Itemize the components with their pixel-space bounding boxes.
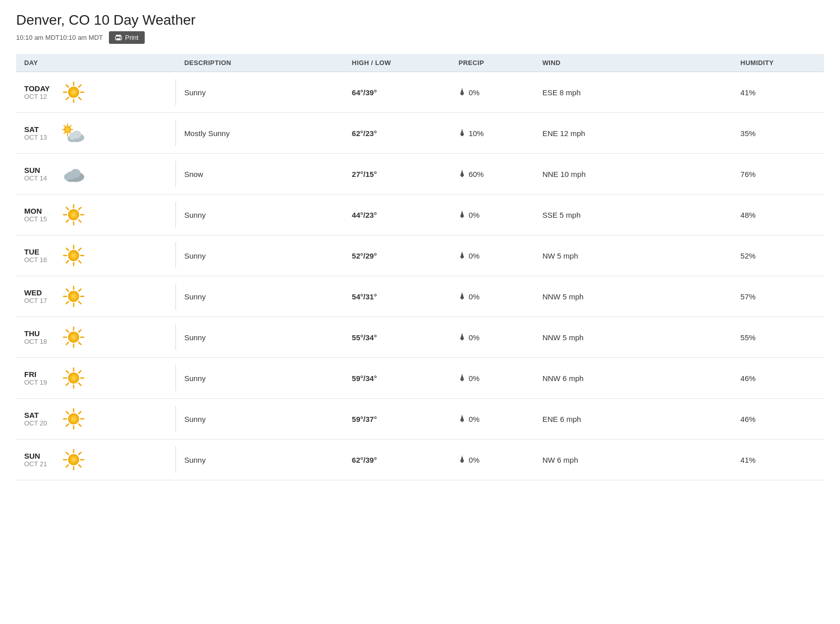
- day-cell: TODAY OCT 12: [16, 72, 176, 113]
- precip-cell: 🌢10%: [450, 113, 534, 154]
- high-low-value: 62°/23°: [352, 129, 377, 138]
- description-cell: Sunny: [176, 72, 343, 113]
- rain-icon: 🌢: [458, 210, 466, 219]
- rain-icon: 🌢: [458, 333, 466, 342]
- high-low-value: 59°/34°: [352, 374, 377, 383]
- svg-point-48: [68, 250, 79, 261]
- table-row: MON OCT 15 Sunny44°/23°🌢0%SSE 5 mph4: [16, 195, 824, 235]
- table-row: TUE OCT 16 Sunny52°/29°🌢0%NW 5 mph52: [16, 235, 824, 276]
- high-low-cell: 54°/31°: [344, 276, 451, 317]
- svg-point-30: [64, 173, 71, 180]
- humidity-cell: 41%: [733, 440, 824, 480]
- weather-icon: [61, 161, 87, 187]
- svg-line-8: [67, 85, 69, 87]
- wind-cell: NW 5 mph: [534, 235, 733, 276]
- high-low-cell: 62°/23°: [344, 113, 451, 154]
- precip-cell: 🌢0%: [450, 317, 534, 358]
- svg-point-93: [68, 454, 79, 465]
- svg-line-91: [79, 453, 81, 455]
- svg-point-75: [68, 372, 79, 384]
- day-date: OCT 18: [24, 338, 54, 345]
- wind-cell: NNW 6 mph: [534, 358, 733, 399]
- day-name: TODAY: [24, 84, 54, 93]
- humidity-cell: 76%: [733, 154, 824, 195]
- rain-icon: 🌢: [458, 414, 466, 423]
- svg-line-35: [67, 208, 69, 210]
- table-row: SUN OCT 14 Snow27°/15°🌢60%NNE 10 mph76%: [16, 154, 824, 195]
- svg-line-44: [67, 248, 69, 251]
- humidity-cell: 41%: [733, 72, 824, 113]
- day-date: OCT 19: [24, 379, 54, 386]
- day-date: OCT 13: [24, 134, 54, 141]
- svg-line-36: [79, 220, 81, 222]
- svg-line-38: [67, 220, 69, 222]
- day-date: OCT 14: [24, 174, 54, 182]
- precip-value: 0%: [468, 88, 479, 97]
- precip-cell: 🌢0%: [450, 72, 534, 113]
- precip-cell: 🌢0%: [450, 276, 534, 317]
- high-low-cell: 62°/39°: [344, 440, 451, 480]
- description-cell: Sunny: [176, 276, 343, 317]
- svg-point-84: [68, 413, 79, 424]
- precip-value: 0%: [468, 456, 479, 464]
- high-low-cell: 44°/23°: [344, 195, 451, 235]
- day-date: OCT 17: [24, 297, 54, 304]
- day-cell: SAT OCT 13: [16, 113, 176, 154]
- day-cell: MON OCT 15: [16, 195, 176, 235]
- wind-cell: ENE 6 mph: [534, 399, 733, 440]
- description-cell: Mostly Sunny: [176, 113, 343, 154]
- day-cell: SUN OCT 14: [16, 154, 176, 195]
- day-name: THU: [24, 329, 54, 338]
- svg-line-63: [79, 342, 81, 344]
- svg-point-66: [68, 332, 79, 343]
- precip-cell: 🌢0%: [450, 195, 534, 235]
- table-row: TODAY OCT 12 Sunny64°/39°🌢0%ESE 8 mp: [16, 72, 824, 113]
- table-row: THU OCT 18 Sunny55°/34°🌢0%NNW 5 mph5: [16, 317, 824, 358]
- precip-value: 0%: [468, 333, 479, 342]
- rain-icon: 🌢: [458, 251, 466, 260]
- svg-point-21: [64, 126, 71, 133]
- day-cell: SAT OCT 20: [16, 399, 176, 440]
- precip-cell: 🌢0%: [450, 440, 534, 480]
- rain-icon: 🌢: [458, 129, 466, 138]
- precip-value: 0%: [468, 211, 479, 219]
- col-header-wind: WIND: [534, 54, 733, 72]
- precip-cell: 🌢0%: [450, 235, 534, 276]
- table-row: SUN OCT 21 Sunny62°/39°🌢0%NW 6 mph41: [16, 440, 824, 480]
- description-cell: Snow: [176, 154, 343, 195]
- description-cell: Sunny: [176, 317, 343, 358]
- high-low-value: 44°/23°: [352, 211, 377, 219]
- print-button[interactable]: Print: [109, 31, 145, 44]
- day-name: SUN: [24, 452, 54, 460]
- day-cell: THU OCT 18: [16, 317, 176, 358]
- rain-icon: 🌢: [458, 88, 466, 97]
- high-low-cell: 55°/34°: [344, 317, 451, 358]
- svg-line-71: [67, 371, 69, 373]
- svg-line-10: [79, 85, 81, 87]
- high-low-value: 27°/15°: [352, 170, 377, 178]
- weather-icon: [61, 242, 87, 269]
- day-cell: WED OCT 17: [16, 276, 176, 317]
- humidity-cell: 55%: [733, 317, 824, 358]
- svg-point-12: [68, 87, 79, 98]
- svg-line-45: [79, 261, 81, 263]
- wind-cell: ENE 12 mph: [534, 113, 733, 154]
- description-cell: Sunny: [176, 440, 343, 480]
- day-name: FRI: [24, 370, 54, 379]
- weather-icon: [61, 120, 87, 146]
- description-cell: Sunny: [176, 195, 343, 235]
- svg-point-39: [68, 209, 79, 220]
- svg-line-56: [67, 301, 69, 303]
- precip-value: 0%: [468, 374, 479, 383]
- day-name: SUN: [24, 166, 54, 174]
- subtitle-row: 10:10 am MDT10:10 am MDT Print: [16, 31, 824, 44]
- svg-line-65: [67, 342, 69, 344]
- high-low-value: 54°/31°: [352, 292, 377, 301]
- day-cell: SUN OCT 21: [16, 440, 176, 480]
- weather-icon: [61, 283, 87, 309]
- high-low-cell: 52°/29°: [344, 235, 451, 276]
- table-row: WED OCT 17 Sunny54°/31°🌢0%NNW 5 mph5: [16, 276, 824, 317]
- precip-cell: 🌢60%: [450, 154, 534, 195]
- day-name: MON: [24, 207, 54, 215]
- day-date: OCT 20: [24, 419, 54, 427]
